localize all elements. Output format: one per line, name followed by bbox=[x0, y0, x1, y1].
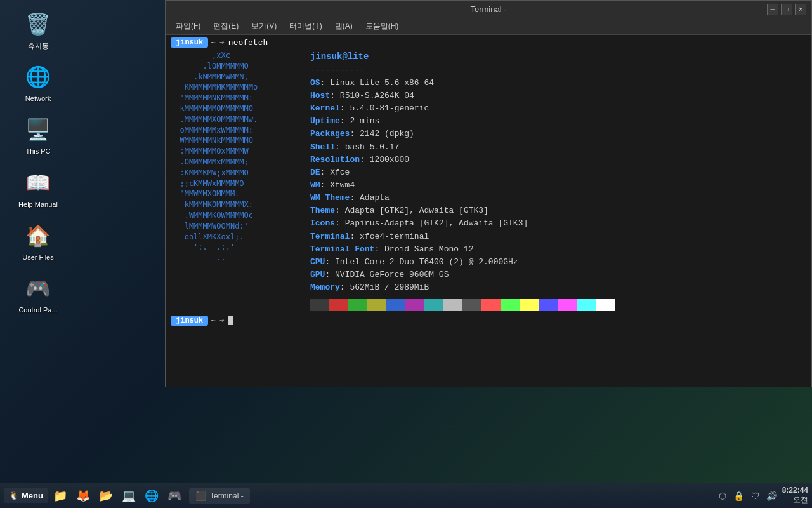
taskbar-right: ⬡ 🔒 🛡 🔊 8:22:44 오전 bbox=[716, 486, 808, 505]
tray-volume-icon[interactable]: 🔊 bbox=[766, 490, 778, 502]
neofetch-output: ,xXc .lOMMMMMMO .kNMMMMWMMN, KMMMMMMMKMM… bbox=[171, 50, 806, 311]
prompt-line-1: jinsuk ~ ➜ neofetch bbox=[171, 37, 806, 48]
color-swatch bbox=[481, 299, 501, 311]
userfiles-icon: 🏠 bbox=[23, 220, 53, 251]
settings-icon: 🎮 bbox=[167, 489, 181, 503]
color-swatch bbox=[520, 299, 539, 311]
clock-ampm: 오전 bbox=[782, 495, 808, 505]
color-swatch bbox=[443, 299, 462, 311]
info-icons: Icons: Papirus-Adapta [GTK2], Adwaita [G… bbox=[310, 217, 615, 230]
taskbar-folder-button[interactable]: 📂 bbox=[95, 486, 117, 505]
color-swatch bbox=[596, 299, 615, 311]
userfiles-label: User Files bbox=[22, 253, 54, 262]
menu-terminal[interactable]: 터미널(T) bbox=[284, 20, 327, 33]
terminal-content[interactable]: jinsuk ~ ➜ neofetch ,xXc .lOMMMMMMO .kNM… bbox=[166, 35, 811, 387]
network-taskbar-icon: 🌐 bbox=[145, 489, 159, 503]
taskbar-terminal-label: Terminal - bbox=[210, 491, 244, 500]
info-cpu: CPU: Intel Core 2 Duo T6400 (2) @ 2.000G… bbox=[310, 256, 615, 269]
taskbar-terminal-icon: ⬛ bbox=[195, 491, 206, 501]
color-swatch bbox=[539, 299, 558, 311]
helpmanual-label: Help Manual bbox=[18, 201, 58, 209]
color-swatch bbox=[501, 299, 520, 311]
neofetch-info: jinsuk@lite ----------- OS: Linux Lite 5… bbox=[298, 50, 615, 311]
terminal-window: Terminal - ─ □ ✕ 파일(F) 편집(E) 보기(V) 터미널(T… bbox=[165, 0, 812, 387]
taskbar-files-button[interactable]: 📁 bbox=[49, 486, 71, 505]
tray-shield-icon[interactable]: 🛡 bbox=[749, 490, 762, 502]
color-swatch bbox=[405, 299, 424, 311]
color-swatch bbox=[348, 299, 367, 311]
folder-icon: 📂 bbox=[99, 489, 113, 503]
prompt-user-2: jinsuk bbox=[171, 316, 208, 326]
info-wmtheme: WM Theme: Adapta bbox=[310, 192, 615, 204]
tray-vpn-icon[interactable]: 🔒 bbox=[733, 490, 745, 502]
prompt-tilde-2: ~ bbox=[211, 316, 216, 326]
info-host: Host: R510-S.A264K 04 bbox=[310, 90, 615, 102]
taskbar-clock: 8:22:44 오전 bbox=[782, 486, 808, 505]
controlpanel-icon: 🎮 bbox=[23, 273, 53, 304]
trash-icon: 🗑️ bbox=[23, 9, 53, 39]
desktop-icon-controlpanel[interactable]: 🎮 Control Pa... bbox=[13, 271, 63, 317]
info-de: DE: Xfce bbox=[310, 166, 615, 179]
menu-tabs[interactable]: 탭(A) bbox=[330, 20, 358, 33]
menu-icon: 🐧 bbox=[9, 491, 19, 500]
info-shell: Shell: bash 5.0.17 bbox=[310, 141, 615, 154]
menu-label: Menu bbox=[22, 491, 43, 500]
prompt-command-1: neofetch bbox=[228, 38, 268, 48]
menu-help[interactable]: 도움말(H) bbox=[360, 20, 404, 33]
info-wm: WM: Xfwm4 bbox=[310, 179, 615, 192]
color-swatch bbox=[577, 299, 596, 311]
info-termfont: Terminal Font: Droid Sans Mono 12 bbox=[310, 243, 615, 256]
thispc-icon: 🖥️ bbox=[23, 114, 53, 145]
files-icon: 📁 bbox=[53, 489, 67, 503]
color-swatch bbox=[329, 299, 348, 311]
window-controls: ─ □ ✕ bbox=[767, 4, 806, 15]
maximize-button[interactable]: □ bbox=[781, 4, 792, 15]
firefox-icon: 🦊 bbox=[76, 489, 90, 503]
network-label: Network bbox=[25, 95, 51, 103]
taskbar-terminal-button[interactable]: ⬛ Terminal - bbox=[189, 488, 250, 504]
info-resolution: Resolution: 812x508 bbox=[310, 154, 615, 166]
taskbar-firefox-button[interactable]: 🦊 bbox=[72, 486, 94, 505]
neofetch-art: ,xXc .lOMMMMMMO .kNMMMMWMMN, KMMMMMMMKMM… bbox=[171, 50, 298, 311]
controlpanel-label: Control Pa... bbox=[18, 306, 57, 314]
desktop-icon-userfiles[interactable]: 🏠 User Files bbox=[13, 218, 63, 264]
close-button[interactable]: ✕ bbox=[795, 4, 806, 15]
tray-network-icon[interactable]: ⬡ bbox=[716, 490, 729, 502]
desktop-icon-network[interactable]: 🌐 Network bbox=[13, 59, 63, 105]
desktop-icon-trash[interactable]: 🗑️ 휴지통 bbox=[13, 6, 63, 53]
taskbar-settings-button[interactable]: 🎮 bbox=[164, 486, 185, 505]
terminal-titlebar: Terminal - ─ □ ✕ bbox=[166, 1, 811, 18]
terminal-icon: 💻 bbox=[122, 489, 136, 503]
clock-time: 8:22:44 bbox=[782, 486, 808, 495]
thispc-label: This PC bbox=[25, 147, 50, 156]
desktop-icon-helpmanual[interactable]: 📖 Help Manual bbox=[13, 165, 63, 211]
color-swatch bbox=[310, 299, 329, 311]
menu-edit[interactable]: 편집(E) bbox=[208, 20, 244, 33]
taskbar-network-button[interactable]: 🌐 bbox=[141, 486, 162, 505]
info-memory: Memory: 562MiB / 2989MiB bbox=[310, 281, 615, 294]
color-swatch bbox=[558, 299, 577, 311]
color-swatch bbox=[424, 299, 443, 311]
menu-file[interactable]: 파일(F) bbox=[171, 20, 206, 33]
desktop-icon-thispc[interactable]: 🖥️ This PC bbox=[13, 112, 63, 158]
terminal-menubar: 파일(F) 편집(E) 보기(V) 터미널(T) 탭(A) 도움말(H) bbox=[166, 18, 811, 35]
helpmanual-icon: 📖 bbox=[23, 168, 53, 198]
info-packages: Packages: 2142 (dpkg) bbox=[310, 128, 615, 140]
menu-view[interactable]: 보기(V) bbox=[246, 20, 282, 33]
color-swatch bbox=[367, 299, 386, 311]
taskbar-terminal-icon-button[interactable]: 💻 bbox=[118, 486, 140, 505]
info-username: jinsuk@lite bbox=[310, 50, 615, 64]
trash-label: 휴지통 bbox=[28, 42, 49, 50]
prompt-arrow-1: ➜ bbox=[219, 37, 225, 48]
cursor bbox=[228, 316, 233, 325]
desktop: 🗑️ 휴지통 🌐 Network 🖥️ This PC 📖 Help Manua… bbox=[0, 0, 812, 483]
color-swatches bbox=[310, 299, 615, 311]
info-terminal: Terminal: xfce4-terminal bbox=[310, 231, 615, 243]
taskbar-menu-button[interactable]: 🐧 Menu bbox=[4, 488, 48, 503]
color-swatch bbox=[462, 299, 481, 311]
info-separator: ----------- bbox=[310, 64, 615, 77]
network-icon: 🌐 bbox=[23, 62, 53, 92]
terminal-title: Terminal - bbox=[470, 4, 506, 14]
prompt-line-2: jinsuk ~ ➜ bbox=[171, 316, 806, 326]
minimize-button[interactable]: ─ bbox=[767, 4, 778, 15]
